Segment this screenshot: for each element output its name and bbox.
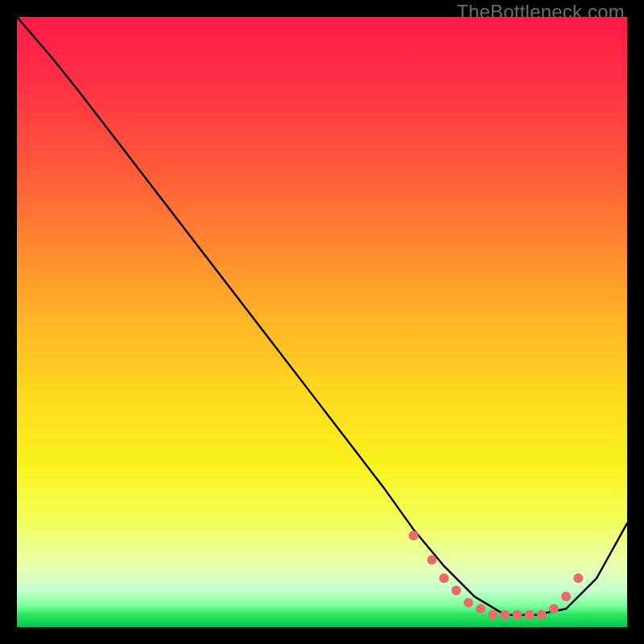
plot-area <box>17 17 627 627</box>
marker-group <box>409 530 584 620</box>
chart-svg <box>17 17 627 627</box>
marker-dot <box>537 610 547 620</box>
marker-dot <box>573 573 583 583</box>
line-path <box>17 17 627 615</box>
marker-dot <box>476 604 485 613</box>
marker-dot <box>561 592 571 601</box>
marker-dot <box>525 610 535 620</box>
marker-dot <box>464 598 473 608</box>
marker-dot <box>500 610 510 620</box>
marker-dot <box>549 604 559 613</box>
marker-dot <box>440 573 449 583</box>
curve-line <box>17 17 627 615</box>
marker-dot <box>488 610 497 620</box>
marker-dot <box>452 586 461 596</box>
marker-dot <box>513 610 522 620</box>
marker-dot <box>427 555 436 565</box>
marker-dot <box>409 530 419 540</box>
chart-frame: TheBottleneck.com <box>0 0 644 644</box>
